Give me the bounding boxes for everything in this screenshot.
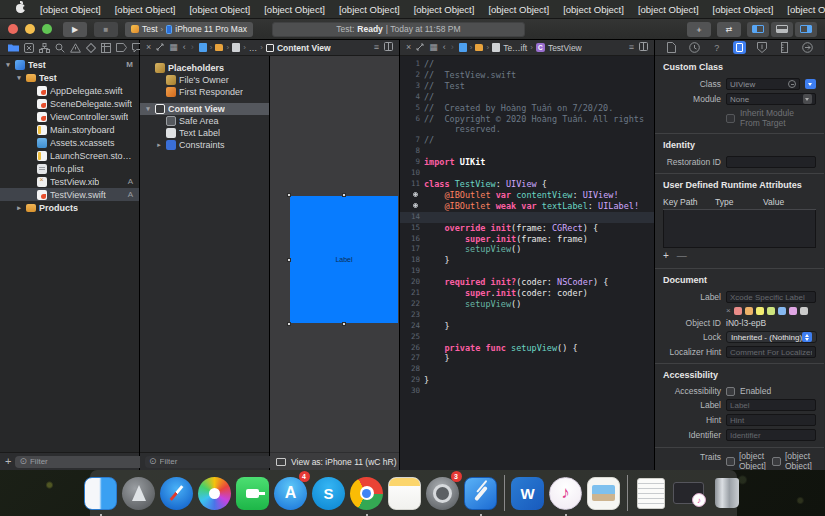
outline-row[interactable]: File's Owner xyxy=(140,74,269,86)
related-items-icon[interactable]: ▦ xyxy=(169,43,178,52)
menu-item[interactable]: [object Object] xyxy=(556,0,631,19)
close-editor-icon[interactable]: × xyxy=(406,43,411,52)
forward-icon[interactable]: › xyxy=(191,43,194,52)
dock-icon[interactable]: W xyxy=(511,477,544,510)
dock-item[interactable] xyxy=(82,470,120,516)
color-swatch[interactable] xyxy=(756,307,764,315)
ib-outlet-connector[interactable] xyxy=(413,203,418,208)
menu-item[interactable]: [object Object] xyxy=(182,0,257,19)
line-number[interactable]: 29 xyxy=(400,375,424,386)
history-inspector-tab[interactable] xyxy=(688,41,701,54)
dock-item[interactable] xyxy=(120,470,158,516)
file-row[interactable]: Info.plist xyxy=(0,162,139,175)
line-number[interactable]: 2 xyxy=(400,70,424,81)
dock-item[interactable] xyxy=(632,470,670,516)
class-dropdown-button[interactable] xyxy=(805,79,816,89)
runtime-attrs-table[interactable] xyxy=(663,210,816,248)
device-config-bar[interactable]: View as: iPhone 11 (wC hR) xyxy=(270,452,399,470)
test-navigator-tab[interactable] xyxy=(86,42,96,54)
minimap-toggle-icon[interactable]: ≡ xyxy=(629,43,634,52)
line-number[interactable] xyxy=(400,190,424,201)
dock-icon[interactable] xyxy=(587,477,620,510)
dock-icon[interactable] xyxy=(627,475,628,511)
line-number[interactable]: 10 xyxy=(400,168,424,179)
color-swatch[interactable] xyxy=(789,307,797,315)
module-dropdown-icon[interactable] xyxy=(803,94,812,104)
file-row[interactable]: AppDelegate.swift xyxy=(0,84,139,97)
dock-item[interactable]: S xyxy=(310,470,348,516)
file-row[interactable]: TestView.swift A xyxy=(0,188,139,201)
remove-attribute-button[interactable]: — xyxy=(677,250,687,261)
editor-mode-button[interactable]: ⇄ xyxy=(717,22,741,37)
file-row[interactable]: ▾ Test xyxy=(0,71,139,84)
disclosure-triangle[interactable]: ▸ xyxy=(15,204,23,212)
project-navigator-tab[interactable] xyxy=(8,42,19,54)
disclosure-triangle[interactable]: ▾ xyxy=(144,105,152,113)
zoom-window-button[interactable] xyxy=(42,24,52,34)
inherit-module-checkbox[interactable] xyxy=(726,114,735,123)
line-number[interactable] xyxy=(400,124,424,135)
expand-editor-icon[interactable] xyxy=(156,43,164,53)
class-field[interactable]: UIView xyxy=(726,78,800,90)
dock-item[interactable] xyxy=(462,470,500,516)
dock-icon[interactable] xyxy=(464,477,497,510)
lock-popup[interactable]: Inherited - (Nothing) xyxy=(726,331,817,343)
line-number[interactable]: 27 xyxy=(400,353,424,364)
line-number[interactable]: 28 xyxy=(400,364,424,375)
adjust-editor-icon[interactable] xyxy=(384,42,393,53)
acc-label-field[interactable] xyxy=(726,399,816,411)
line-number[interactable]: 1 xyxy=(400,59,424,70)
breakpoint-navigator-tab[interactable] xyxy=(116,42,127,54)
outline-row[interactable]: First Responder xyxy=(140,86,269,98)
line-number[interactable]: 22 xyxy=(400,299,424,310)
dock-item[interactable]: 3 xyxy=(424,470,462,516)
dock-item[interactable] xyxy=(708,470,746,516)
dock-item[interactable] xyxy=(386,470,424,516)
dock-icon[interactable] xyxy=(198,477,231,510)
content-view[interactable]: Label xyxy=(290,196,398,323)
dock-item[interactable] xyxy=(158,470,196,516)
forward-icon[interactable]: › xyxy=(451,43,454,52)
line-number[interactable]: 3 xyxy=(400,81,424,92)
line-number[interactable]: 4 xyxy=(400,92,424,103)
outline-row[interactable]: Placeholders xyxy=(140,62,269,74)
restoration-id-input[interactable] xyxy=(730,158,812,167)
expand-editor-icon[interactable] xyxy=(416,43,424,53)
color-swatch[interactable] xyxy=(800,307,808,315)
source-control-tab[interactable] xyxy=(24,42,34,54)
menu-item[interactable]: [object Object] xyxy=(706,0,781,19)
add-attribute-button[interactable]: + xyxy=(663,250,669,261)
line-number[interactable]: 19 xyxy=(400,266,424,277)
outline-row[interactable]: Text Label xyxy=(140,127,269,139)
color-swatch[interactable] xyxy=(778,307,786,315)
menu-item[interactable]: [object Object] xyxy=(108,0,183,19)
ib-outlet-connector[interactable] xyxy=(413,192,418,197)
color-swatch[interactable] xyxy=(734,307,742,315)
file-row[interactable]: ▸ Products xyxy=(0,201,139,214)
module-field[interactable]: None xyxy=(726,93,816,105)
menu-item[interactable]: [object Object] xyxy=(407,0,482,19)
dock-icon[interactable] xyxy=(673,482,704,504)
localizer-hint-input[interactable] xyxy=(730,348,812,357)
dock-item[interactable]: A 4 xyxy=(272,470,310,516)
dock-icon[interactable] xyxy=(504,475,505,511)
source-code[interactable]: 1 // 2 // TestView.swift 3 // Test 4 // … xyxy=(400,56,654,470)
line-number[interactable]: 8 xyxy=(400,146,424,157)
apple-menu[interactable] xyxy=(8,0,33,19)
dock-icon[interactable] xyxy=(637,478,665,509)
dock-icon[interactable] xyxy=(236,477,269,510)
dock-item[interactable] xyxy=(623,470,632,516)
library-add-button[interactable]: ＋ xyxy=(687,22,711,37)
canvas-area[interactable]: Label xyxy=(270,56,399,452)
dock-icon[interactable]: S xyxy=(312,477,345,510)
outline-row[interactable]: Safe Area xyxy=(140,115,269,127)
back-icon[interactable]: ‹ xyxy=(183,43,186,52)
ib-breadcrumb[interactable]: › › › …› Content View xyxy=(199,43,331,53)
menu-item[interactable]: [object Object] xyxy=(33,0,108,19)
dock-icon[interactable] xyxy=(388,477,421,510)
toggle-navigator-button[interactable] xyxy=(747,22,769,37)
toggle-debug-area-button[interactable] xyxy=(771,22,793,37)
outline-toggle-icon[interactable]: ≡ xyxy=(374,43,379,52)
file-row[interactable]: ▾ Test M xyxy=(0,58,139,71)
accessibility-enabled-checkbox[interactable] xyxy=(726,387,735,396)
